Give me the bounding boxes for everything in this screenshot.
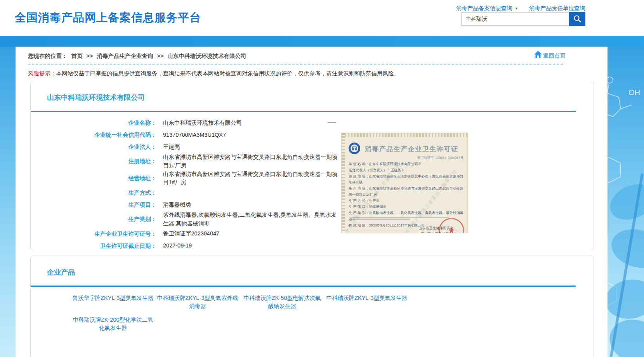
field-row-production-category: 生产类别： 紫外线消毒器,次氯酸钠发生器,二氧化氯发生器,臭氧发生器、臭氧水发生… — [31, 211, 594, 228]
site-title: 全国消毒产品网上备案信息服务平台 — [15, 10, 201, 26]
field-row-license-number: 生产企业卫生许可证号： 鲁卫消证字202304047 — [31, 228, 594, 240]
card-title-underline — [31, 111, 576, 112]
company-fields: 企业名称： 山东中科瑞沃环境技术有限公司 企业统一社会信用代码： 9137070… — [31, 117, 594, 252]
field-row-legal-person: 企业法人： 王建亮 — [31, 141, 594, 153]
nav-responsible-unit-query-label: 消毒产品责任单位查询 — [529, 5, 585, 12]
risk-warning-label: 风险提示： — [28, 70, 56, 77]
field-row-registered-address: 注册地址： 山东省潍坊市高新区潍安路与宝通街交叉路口东北角自动变速器一期项目1#… — [31, 153, 594, 170]
breadcrumb: 您现在的位置： 首页 >> 消毒产品生产企业查询 >> 山东中科瑞沃环境技术有限… — [28, 52, 249, 60]
top-nav: 消毒产品备案信息查询 ▼ 消毒产品责任单位查询 — [456, 5, 585, 12]
field-value: 王建亮 — [163, 143, 180, 152]
field-row-credit-code: 企业统一社会信用代码： 91370700MA3M3U1QX7 — [31, 129, 594, 141]
search-button[interactable] — [569, 12, 585, 26]
breadcrumb-enterprise-query-link[interactable]: 消毒产品生产企业查询 — [97, 53, 153, 59]
field-label: 经营地址： — [31, 175, 156, 182]
breadcrumb-separator: >> — [157, 53, 164, 59]
field-row-business-address: 经营地址： 山东省潍坊市高新区潍安路与宝通街交叉路口东北角自动变速器一期项目1#… — [31, 170, 594, 187]
field-value: 紫外线消毒器,次氯酸钠发生器,二氧化氯发生器,臭氧发生器、臭氧水发生器,其他器械… — [163, 211, 341, 228]
image-placeholder-dash — [328, 122, 336, 123]
field-row-company-name: 企业名称： 山东中科瑞沃环境技术有限公司 — [31, 117, 594, 129]
breadcrumb-separator: >> — [87, 53, 93, 59]
certificate-number: 鲁卫消证字（2023）第04047号 — [417, 156, 463, 160]
site-header: 全国消毒产品网上备案信息服务平台 消毒产品备案信息查询 ▼ 消毒产品责任单位查询 — [0, 0, 644, 36]
main-content: 您现在的位置： 首页 >> 消毒产品生产企业查询 >> 山东中科瑞沃环境技术有限… — [16, 47, 608, 357]
field-label: 生产项目： — [31, 201, 156, 209]
field-label: 生产类别： — [31, 216, 156, 223]
search-input[interactable] — [461, 12, 569, 26]
field-label: 生产方式： — [31, 189, 156, 197]
certificate-emblem-icon — [348, 142, 361, 157]
field-value: 消毒器械类 — [163, 201, 191, 209]
field-label: 卫生许可证截止日期： — [31, 242, 156, 250]
back-home-link[interactable]: 返回首页 — [534, 51, 566, 59]
field-label: 注册地址： — [31, 158, 156, 165]
chevron-down-icon: ▼ — [515, 7, 518, 10]
field-row-production-project: 生产项目： 消毒器械类 — [31, 199, 594, 211]
product-list: 鲁沃华宇牌ZKYL-3型臭氧发生器 中科瑞沃牌ZKYL-3型臭氧紫外线消毒器 中… — [72, 294, 460, 338]
field-value: 2027-09-19 — [163, 242, 192, 250]
nav-record-info-query-label: 消毒产品备案信息查询 — [456, 5, 512, 12]
certificate-row: 单 位 名 称：山东中科瑞沃环境技术有限公司※ — [349, 161, 464, 167]
certificate-border — [342, 133, 467, 137]
search-bar — [461, 12, 585, 26]
product-link[interactable]: 鲁沃华宇牌ZKYL-3型臭氧发生器 — [72, 294, 154, 310]
risk-warning-text: 本网站仅基于已掌握的信息提供查询服务，查询结果不代表本网站对被查询对象信用状况的… — [56, 70, 400, 77]
company-card-title: 山东中科瑞沃环境技术有限公司 — [47, 93, 145, 102]
field-value: 山东省潍坊市高新区潍安路与宝通街交叉路口东北角自动变速器一期项目1#厂房 — [163, 153, 341, 170]
products-card: 企业产品 鲁沃华宇牌ZKYL-3型臭氧发生器 中科瑞沃牌ZKYL-3型臭氧紫外线… — [30, 256, 594, 357]
header-band — [0, 36, 644, 47]
certificate-border — [342, 133, 345, 233]
certificate-fine-print — [352, 217, 449, 221]
product-link[interactable]: 中科瑞沃牌ZK-50型电解法次氯酸钠发生器 — [241, 294, 323, 310]
dashed-divider — [28, 64, 563, 64]
company-info-card: 山东中科瑞沃环境技术有限公司 企业名称： 山东中科瑞沃环境技术有限公司 企业统一… — [30, 81, 594, 250]
products-card-title: 企业产品 — [47, 268, 75, 277]
nav-responsible-unit-query[interactable]: 消毒产品责任单位查询 — [529, 5, 585, 12]
field-label: 企业法人： — [31, 143, 156, 151]
hygiene-license-certificate-image: 消毒产品生产企业卫生许可证 鲁卫消证字（2023）第04047号 单 位 名 称… — [341, 133, 468, 233]
field-label: 企业统一社会信用代码： — [31, 131, 156, 139]
nav-record-info-query[interactable]: 消毒产品备案信息查询 ▼ — [456, 5, 518, 12]
fine-print-line — [352, 217, 449, 218]
breadcrumb-prefix: 您现在的位置： — [28, 53, 68, 59]
field-value: 鲁卫消证字202304047 — [163, 230, 219, 238]
certificate-row: 法定代表人（或负责人）：王建亮※ — [349, 167, 464, 174]
field-value: 山东中科瑞沃环境技术有限公司 — [163, 119, 242, 127]
seal-star: ★ — [448, 226, 455, 233]
product-link[interactable]: 中科瑞沃牌ZK-200型化学法二氧化氯发生器 — [72, 316, 154, 332]
field-row-production-mode: 生产方式： — [31, 187, 594, 199]
field-label: 企业名称： — [31, 119, 156, 127]
risk-warning: 风险提示：本网站仅基于已掌握的信息提供查询服务，查询结果不代表本网站对被查询对象… — [28, 70, 399, 77]
field-row-license-expiry: 卫生许可证截止日期： 2027-09-19 — [31, 240, 594, 252]
fine-print-line — [352, 219, 410, 220]
breadcrumb-current-page: 山东中科瑞沃环境技术有限公司 — [168, 53, 246, 59]
home-icon — [534, 51, 542, 59]
product-link[interactable]: 中科瑞沃牌ZKYL-3型臭氧发生器 — [326, 294, 408, 310]
product-link[interactable]: 中科瑞沃牌ZKYL-3型臭氧紫外线消毒器 — [156, 294, 239, 310]
breadcrumb-home-link[interactable]: 首页 — [71, 53, 83, 59]
certificate-header: 消毒产品生产企业卫生许可证 — [348, 142, 464, 157]
field-value: 山东省潍坊市高新区潍安路与宝通街交叉路口东北角自动变速器一期项目1#厂房 — [163, 170, 341, 187]
card-title-underline — [31, 286, 576, 287]
certificate-row: 生 产 地 址：山东省潍坊市高新区潍安路与宝通街交叉路口东北角自动变速器一期项目… — [349, 186, 464, 198]
back-home-label: 返回首页 — [543, 52, 566, 59]
svg-text:OH: OH — [628, 88, 640, 97]
field-label: 生产企业卫生许可证号： — [31, 230, 156, 238]
field-value: 91370700MA3M3U1QX7 — [163, 131, 226, 139]
search-icon — [573, 14, 582, 24]
certificate-title: 消毒产品生产企业卫生许可证 — [365, 145, 458, 153]
